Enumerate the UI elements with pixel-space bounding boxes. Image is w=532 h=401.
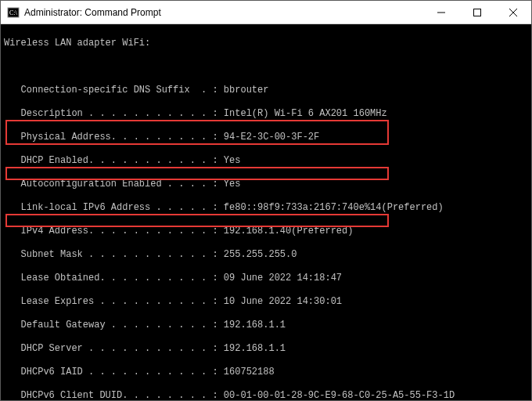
blank-line xyxy=(4,61,528,73)
window-controls xyxy=(423,1,531,23)
minimize-button[interactable] xyxy=(423,1,459,23)
autoconfig-line: Autoconfiguration Enabled . . . . : Yes xyxy=(4,179,528,190)
maximize-button[interactable] xyxy=(459,1,495,23)
description-line: Description . . . . . . . . . . . : Inte… xyxy=(4,108,528,120)
titlebar[interactable]: C:\ Administrator: Command Prompt xyxy=(1,1,531,24)
lease-obtained-line: Lease Obtained. . . . . . . . . . : 09 J… xyxy=(4,273,528,284)
close-button[interactable] xyxy=(495,1,531,23)
svg-text:C:\: C:\ xyxy=(9,9,18,16)
adapter-header-wifi: Wireless LAN adapter WiFi: xyxy=(4,38,528,49)
lease-expires-line: Lease Expires . . . . . . . . . . : 10 J… xyxy=(4,296,528,308)
dns-suffix-line: Connection-specific DNS Suffix . : bbrou… xyxy=(4,85,528,96)
subnet-mask-line: Subnet Mask . . . . . . . . . . . : 255.… xyxy=(4,249,528,261)
dhcp-server-line: DHCP Server . . . . . . . . . . . : 192.… xyxy=(4,343,528,355)
dhcpv6-iaid-line: DHCPv6 IAID . . . . . . . . . . . : 1607… xyxy=(4,367,528,378)
ipv4-address-line: IPv4 Address. . . . . . . . . . . : 192.… xyxy=(4,226,528,237)
window-title: Administrator: Command Prompt xyxy=(24,7,423,18)
dhcp-enabled-line: DHCP Enabled. . . . . . . . . . . : Yes xyxy=(4,155,528,167)
default-gateway-line: Default Gateway . . . . . . . . . : 192.… xyxy=(4,320,528,331)
link-local-ipv6-line: Link-local IPv6 Address . . . . . : fe80… xyxy=(4,202,528,214)
physical-address-line: Physical Address. . . . . . . . . : 94-E… xyxy=(4,132,528,143)
svg-rect-3 xyxy=(474,9,481,16)
command-prompt-window: C:\ Administrator: Command Prompt Wirele… xyxy=(0,0,532,401)
cmd-icon: C:\ xyxy=(7,6,20,19)
dhcpv6-client-duid-line: DHCPv6 Client DUID. . . . . . . . : 00-0… xyxy=(4,390,528,400)
terminal-output[interactable]: Wireless LAN adapter WiFi: Connection-sp… xyxy=(1,24,531,400)
